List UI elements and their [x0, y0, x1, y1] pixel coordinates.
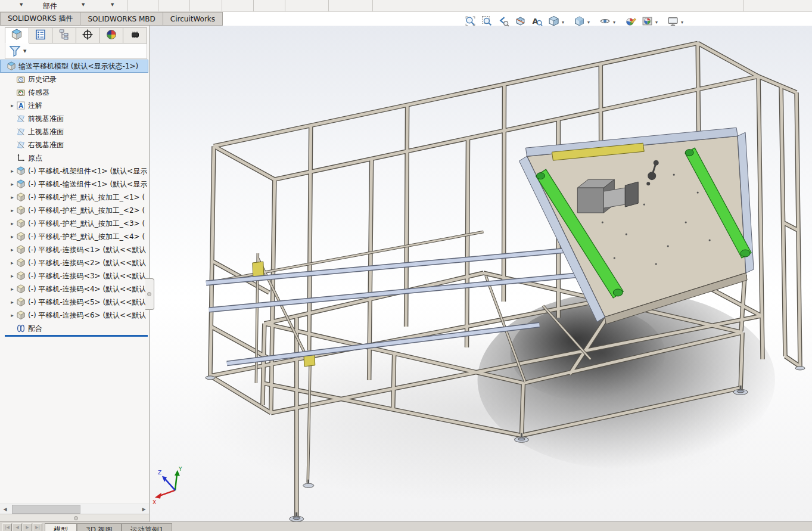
part-icon [16, 284, 26, 294]
view-settings-button[interactable] [665, 15, 680, 29]
tree-item[interactable]: ▸(-) 平移机-连接码<2> (默认<<默认 [0, 256, 148, 269]
featuremanager-icon [11, 29, 23, 42]
dropdown-caret-icon[interactable]: ▼ [20, 2, 23, 7]
panel-horizontal-scrollbar[interactable]: ◀ ▶ [0, 504, 149, 514]
expand-arrow-icon[interactable]: ▸ [8, 299, 16, 305]
tree-item[interactable]: 传感器 [0, 86, 148, 99]
apply-scene-button[interactable] [639, 15, 655, 29]
dropdown-caret-icon[interactable]: ▾ [613, 20, 615, 25]
view-orientation-button[interactable] [546, 15, 561, 29]
panel-edge-splitter[interactable] [145, 278, 154, 310]
expand-arrow-icon[interactable]: ▸ [8, 181, 16, 187]
scroll-left-icon[interactable]: ◀ [0, 504, 10, 514]
triad-z-label: Z [158, 470, 161, 476]
toolbar-separator [127, 0, 127, 11]
zoom-to-area-button[interactable] [479, 15, 494, 29]
tree-item[interactable]: 配合 [0, 322, 148, 335]
panel-tab-configurationmanager[interactable] [52, 27, 76, 44]
display-style-button[interactable] [571, 15, 587, 29]
tree-item[interactable]: ▸(-) 平移机-护栏_默认_按加工_<1> ( [0, 191, 148, 204]
expand-arrow-icon[interactable]: ▸ [8, 168, 16, 174]
apply-scene-icon [642, 15, 653, 29]
component-toolbar-label[interactable]: 部件 [43, 1, 57, 11]
panel-tab-featuremanager[interactable] [5, 27, 29, 44]
panel-tab-dimxpertmanager[interactable] [76, 27, 100, 44]
rollback-bar[interactable] [5, 335, 148, 337]
zoom-to-fit-button[interactable] [462, 15, 478, 29]
hide-show-items-button[interactable] [597, 15, 612, 29]
panel-bottom-splitter[interactable] [0, 514, 149, 521]
dropdown-caret-icon[interactable]: ▾ [587, 20, 590, 25]
expand-arrow-icon[interactable]: ▸ [8, 194, 16, 200]
previous-view-button[interactable] [496, 15, 511, 29]
last-tab-icon[interactable]: ▶| [33, 523, 42, 531]
feature-manager-panel: ▼ 输送平移机模型 (默认<显示状态-1>)历史记录传感器▸A注解前视基准面上视… [0, 26, 150, 521]
expand-arrow-icon[interactable]: ▸ [8, 234, 16, 240]
dynamic-annotation-views-button[interactable]: A [529, 15, 545, 29]
panel-tab-displaymanager[interactable] [100, 27, 124, 44]
tree-item-label: 配合 [28, 324, 42, 334]
dynamic-annotation-views-icon: A [531, 15, 543, 29]
view-orientation-icon [548, 15, 559, 29]
splitter-grip[interactable] [147, 292, 151, 296]
graphics-viewport[interactable]: X Y Z [150, 26, 812, 521]
dropdown-caret-icon[interactable]: ▼ [82, 2, 85, 7]
tree-item[interactable]: 原点 [0, 151, 148, 164]
part-icon [16, 232, 26, 241]
edit-appearance-button[interactable] [623, 15, 638, 29]
tab-motion-study-1[interactable]: 运动算例1 [122, 523, 173, 531]
tab-solidworks-mbd[interactable]: SOLIDWORKS MBD [80, 12, 163, 26]
svg-text:A: A [18, 103, 23, 109]
tab-3d-views[interactable]: 3D 视图 [77, 523, 122, 531]
feature-tree-filter[interactable]: ▼ [5, 44, 147, 59]
tree-item[interactable]: 输送平移机模型 (默认<显示状态-1>) [0, 60, 148, 73]
toolbar-separator [285, 0, 285, 11]
tree-item-label: (-) 平移机-连接码<3> (默认<<默认 [28, 271, 146, 281]
tree-item[interactable]: ▸(-) 平移机-护栏_默认_按加工_<3> ( [0, 217, 148, 230]
dropdown-caret-icon[interactable]: ▼ [23, 49, 26, 54]
next-tab-icon[interactable]: ▶ [23, 523, 32, 531]
dropdown-caret-icon[interactable]: ▾ [681, 20, 683, 25]
tree-item[interactable]: 历史记录 [0, 73, 148, 86]
tree-item[interactable]: 上视基准面 [0, 125, 148, 138]
plane-icon [16, 127, 26, 136]
bottom-tab-bar: |◀ ◀ ▶ ▶| 模型 3D 视图 运动算例1 [0, 521, 812, 531]
expand-arrow-icon[interactable]: ▸ [8, 286, 16, 292]
tab-model[interactable]: 模型 [45, 523, 77, 531]
dropdown-caret-icon[interactable]: ▼ [111, 2, 114, 7]
dropdown-caret-icon[interactable]: ▾ [655, 20, 658, 25]
tree-item[interactable]: ▸(-) 平移机-连接码<6> (默认<<默认 [0, 309, 148, 322]
tree-item[interactable]: ▸(-) 平移机-机架组件<1> (默认<显示 [0, 164, 148, 178]
tree-item[interactable]: ▸(-) 平移机-连接码<1> (默认<<默认 [0, 243, 148, 256]
scrollbar-thumb[interactable] [12, 505, 80, 514]
scroll-right-icon[interactable]: ▶ [139, 504, 149, 514]
tab-circuitworks[interactable]: CircuitWorks [163, 12, 223, 26]
section-view-button[interactable] [512, 15, 528, 29]
first-tab-icon[interactable]: |◀ [2, 523, 12, 531]
tree-item[interactable]: ▸(-) 平移机-连接码<3> (默认<<默认 [0, 269, 148, 282]
panel-tab-cam[interactable] [123, 27, 147, 44]
tree-item[interactable]: 右视基准面 [0, 138, 148, 151]
tree-item[interactable]: ▸(-) 平移机-护栏_默认_按加工_<2> ( [0, 204, 148, 217]
expand-arrow-icon[interactable]: ▸ [8, 273, 16, 279]
tree-item[interactable]: ▸(-) 平移机-连接码<5> (默认<<默认 [0, 296, 148, 309]
tree-item[interactable]: 前视基准面 [0, 112, 148, 125]
assembly-icon [7, 61, 16, 71]
expand-arrow-icon[interactable]: ▸ [8, 207, 16, 213]
tree-item-label: (-) 平移机-连接码<6> (默认<<默认 [28, 310, 146, 321]
expand-arrow-icon[interactable]: ▸ [8, 312, 16, 318]
splitter-grip[interactable] [74, 516, 78, 520]
expand-arrow-icon[interactable]: ▸ [8, 260, 16, 266]
tree-item[interactable]: ▸(-) 平移机-输送组件<1> (默认<显示 [0, 178, 148, 191]
expand-arrow-icon[interactable]: ▸ [8, 247, 16, 253]
plane-icon [16, 140, 26, 150]
panel-tab-propertymanager[interactable] [29, 27, 53, 44]
tab-solidworks-addins[interactable]: SOLIDWORKS 插件 [0, 12, 80, 26]
expand-arrow-icon[interactable]: ▸ [8, 221, 16, 226]
tree-item[interactable]: ▸A注解 [0, 99, 148, 112]
dropdown-caret-icon[interactable]: ▾ [562, 20, 564, 25]
tree-item[interactable]: ▸(-) 平移机-护栏_默认_按加工_<4> ( [0, 230, 148, 243]
expand-arrow-icon[interactable]: ▸ [8, 103, 16, 108]
prev-tab-icon[interactable]: ◀ [13, 523, 22, 531]
tree-item[interactable]: ▸(-) 平移机-连接码<4> (默认<<默认 [0, 282, 148, 296]
